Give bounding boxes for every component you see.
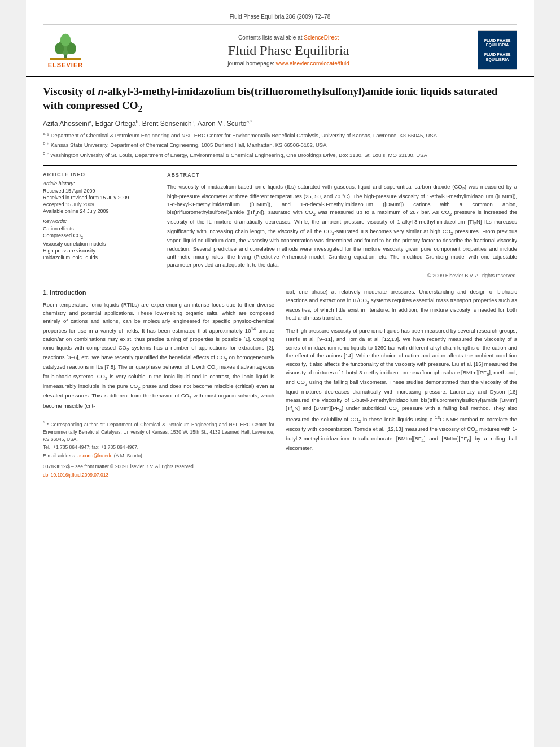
journal-homepage: journal homepage: www.elsevier.com/locat…: [99, 60, 478, 67]
received-revised-date: Received in revised form 15 July 2009: [43, 195, 156, 200]
keyword-2: Compressed CO2: [43, 233, 156, 240]
intro-heading: 1. Introduction: [43, 288, 274, 298]
homepage-url[interactable]: www.elsevier.com/locate/fluid: [276, 60, 349, 67]
divider-thick: [43, 165, 517, 166]
article-history: Article history: Received 15 April 2009 …: [43, 181, 156, 214]
body-right-para2: The high-pressure viscosity of pure ioni…: [286, 327, 517, 453]
abstract-label: ABSTRACT: [167, 172, 517, 180]
cover-title: FLUID PHASEEQUILIBRIAFLUID PHASEEQUILIBR…: [480, 38, 514, 62]
body-col-left: 1. Introduction Room temperature ionic l…: [43, 288, 274, 479]
footnote-area: * * Corresponding author at: Department …: [43, 416, 274, 460]
body-col-right: ical; one phase) at relatively moderate …: [286, 288, 517, 479]
accepted-date: Accepted 15 July 2009: [43, 202, 156, 207]
body-content: 1. Introduction Room temperature ionic l…: [26, 288, 534, 479]
abstract-text: The viscosity of imidazolium-based ionic…: [167, 183, 517, 269]
journal-main-title: Fluid Phase Equilibria: [99, 43, 478, 58]
affiliation-a: a ᵃ Department of Chemical & Petroleum E…: [43, 130, 517, 139]
footnote-star: * * Corresponding author at: Department …: [43, 420, 274, 443]
affiliations: a ᵃ Department of Chemical & Petroleum E…: [43, 130, 517, 159]
authors: Azita Ahosseinia, Edgar Ortegab, Brent S…: [43, 119, 517, 128]
journal-cover: FLUID PHASEEQUILIBRIAFLUID PHASEEQUILIBR…: [478, 30, 517, 70]
article-content: Viscosity of n-alkyl-3-methyl-imidazoliu…: [26, 77, 534, 280]
affiliation-b: b ᵇ Kansas State University, Department …: [43, 140, 517, 149]
elsevier-logo: ELSEVIER: [43, 32, 88, 68]
elsevier-tree-icon: [49, 32, 82, 60]
keyword-5: Imidazolium ionic liquids: [43, 255, 156, 260]
available-online-date: Available online 24 July 2009: [43, 208, 156, 214]
footnote-email: E-mail address: ascurto@ku.edu (A.M. Scu…: [43, 452, 274, 460]
affiliation-c: c ᶜ Washington University of St. Louis, …: [43, 150, 517, 159]
body-right-para1: ical; one phase) at relatively moderate …: [286, 288, 517, 322]
issn-line: 0378-3812/$ – see front matter © 2009 El…: [43, 463, 274, 470]
page-footer: 0378-3812/$ – see front matter © 2009 El…: [43, 463, 274, 479]
keyword-1: Cation effects: [43, 226, 156, 231]
journal-title-center: Contents lists available at ScienceDirec…: [99, 34, 478, 67]
article-title: Viscosity of n-alkyl-3-methyl-imidazoliu…: [43, 85, 517, 115]
abstract-col: ABSTRACT The viscosity of imidazolium-ba…: [167, 172, 517, 280]
footnote-tel: Tel.: +1 785 864 4947; fax: +1 785 864 4…: [43, 444, 274, 451]
svg-rect-5: [50, 58, 81, 60]
keywords-block: Keywords: Cation effects Compressed CO2 …: [43, 219, 156, 260]
doi-line: doi:10.1016/j.fluid.2009.07.013: [43, 471, 274, 479]
article-info-abstract: ARTICLE INFO Article history: Received 1…: [43, 172, 517, 280]
received-date: Received 15 April 2009: [43, 188, 156, 194]
journal-header: ELSEVIER Contents lists available at Sci…: [26, 25, 534, 77]
keywords-label: Keywords:: [43, 219, 156, 224]
doi-link[interactable]: doi:10.1016/j.fluid.2009.07.013: [43, 472, 108, 478]
keyword-3: Viscosity correlation models: [43, 241, 156, 247]
journal-ref: Fluid Phase Equilibria 286 (2009) 72–78: [230, 14, 330, 20]
article-info-label: ARTICLE INFO: [43, 172, 156, 177]
history-label: Article history:: [43, 181, 156, 186]
journal-meta: Fluid Phase Equilibria 286 (2009) 72–78: [43, 11, 517, 25]
copyright-line: © 2009 Elsevier B.V. All rights reserved…: [167, 272, 517, 280]
elsevier-label: ELSEVIER: [48, 62, 83, 68]
page: Fluid Phase Equilibria 286 (2009) 72–78 …: [26, 0, 534, 747]
contents-line: Contents lists available at ScienceDirec…: [99, 34, 478, 41]
svg-point-4: [60, 34, 71, 46]
intro-para1: Room temperature ionic liquids (RTILs) a…: [43, 301, 274, 410]
keyword-4: High-pressure viscosity: [43, 248, 156, 254]
email-link[interactable]: ascurto@ku.edu: [77, 453, 112, 458]
article-info-col: ARTICLE INFO Article history: Received 1…: [43, 172, 156, 280]
sciencedirect-link[interactable]: ScienceDirect: [304, 34, 339, 41]
